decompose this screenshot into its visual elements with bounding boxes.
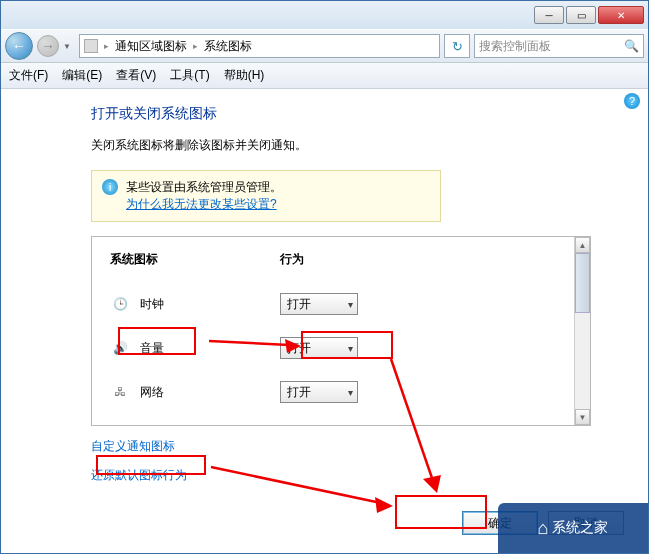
minimize-button[interactable]: ─ [534,6,564,24]
row-clock: 🕒 时钟 打开 [110,282,572,326]
admin-warning: i 某些设置由系统管理员管理。 为什么我无法更改某些设置? [91,170,441,222]
behavior-dropdown[interactable]: 打开 [280,337,358,359]
row-volume: 🔊 音量 打开 [110,326,572,370]
behavior-dropdown[interactable]: 打开 [280,381,358,403]
menu-file[interactable]: 文件(F) [9,67,48,84]
volume-icon: 🔊 [110,340,130,356]
row-label: 音量 [140,340,280,357]
close-button[interactable]: ✕ [598,6,644,24]
search-icon: 🔍 [624,39,639,53]
behavior-dropdown[interactable]: 打开 [280,293,358,315]
search-input[interactable]: 搜索控制面板 🔍 [474,34,644,58]
window: ─ ▭ ✕ ← → ▼ ▸ 通知区域图标 ▸ 系统图标 ↻ 搜索控制面板 🔍 文… [0,0,649,554]
back-button[interactable]: ← [5,32,33,60]
house-icon: ⌂ [538,518,549,539]
header-icon: 系统图标 [110,251,280,268]
forward-button[interactable]: → [37,35,59,57]
row-label: 时钟 [140,296,280,313]
icons-panel: 系统图标 行为 🕒 时钟 打开 🔊 音量 打开 🖧 网络 打开 [91,236,591,426]
watermark: ⌂ 系统之家 [498,503,648,553]
scroll-thumb[interactable] [575,253,590,313]
network-icon: 🖧 [110,384,130,400]
header-behavior: 行为 [280,251,304,268]
info-icon: i [102,179,118,195]
scrollbar[interactable]: ▲ ▼ [574,237,590,425]
breadcrumb-item[interactable]: 通知区域图标 [115,38,187,55]
menu-edit[interactable]: 编辑(E) [62,67,102,84]
help-icon[interactable]: ? [624,93,640,109]
page-title: 打开或关闭系统图标 [91,105,628,123]
chevron-icon: ▸ [193,41,198,51]
watermark-text: 系统之家 [552,519,608,537]
clock-icon: 🕒 [110,296,130,312]
address-bar[interactable]: ▸ 通知区域图标 ▸ 系统图标 [79,34,440,58]
refresh-button[interactable]: ↻ [444,34,470,58]
search-placeholder: 搜索控制面板 [479,38,551,55]
history-dropdown-icon[interactable]: ▼ [63,42,75,51]
scroll-up-icon[interactable]: ▲ [575,237,590,253]
menu-tools[interactable]: 工具(T) [170,67,209,84]
menu-help[interactable]: 帮助(H) [224,67,265,84]
page-description: 关闭系统图标将删除该图标并关闭通知。 [91,137,628,154]
titlebar: ─ ▭ ✕ [1,1,648,29]
chevron-icon: ▸ [104,41,109,51]
row-network: 🖧 网络 打开 [110,370,572,414]
restore-defaults-link[interactable]: 还原默认图标行为 [91,467,187,484]
navbar: ← → ▼ ▸ 通知区域图标 ▸ 系统图标 ↻ 搜索控制面板 🔍 [1,29,648,63]
content-area: ? 打开或关闭系统图标 关闭系统图标将删除该图标并关闭通知。 i 某些设置由系统… [1,89,648,553]
warning-text: 某些设置由系统管理员管理。 [126,179,282,196]
row-label: 网络 [140,384,280,401]
location-icon [84,39,98,53]
scroll-down-icon[interactable]: ▼ [575,409,590,425]
customize-link[interactable]: 自定义通知图标 [91,438,175,455]
breadcrumb-item[interactable]: 系统图标 [204,38,252,55]
maximize-button[interactable]: ▭ [566,6,596,24]
menubar: 文件(F) 编辑(E) 查看(V) 工具(T) 帮助(H) [1,63,648,89]
menu-view[interactable]: 查看(V) [116,67,156,84]
warning-link[interactable]: 为什么我无法更改某些设置? [126,197,277,211]
